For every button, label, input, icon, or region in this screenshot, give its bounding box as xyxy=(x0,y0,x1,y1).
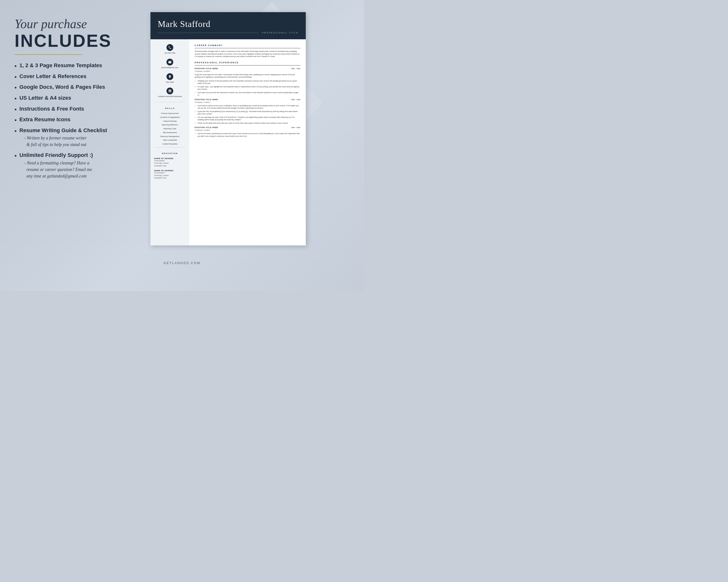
features-list: 1, 2 & 3 Page Resume Templates Cover Let… xyxy=(15,62,141,179)
summary-divider xyxy=(194,48,301,48)
linkedin-icon xyxy=(166,87,173,94)
edu-1-year: Graduation Year xyxy=(154,165,186,167)
job-2-title-row: POSITION TITLE HERE Date - Date xyxy=(194,99,301,101)
resume-pro-title: PROFESSIONAL TITLE xyxy=(262,31,298,34)
skill-3: Project Planning xyxy=(154,120,186,122)
left-panel: Your purchase INCLUDES 1, 2 & 3 Page Res… xyxy=(15,12,141,183)
edu-2-year: Graduation Year xyxy=(154,177,186,179)
job-2-company: Company, Location xyxy=(194,101,301,103)
skills-title: SKILLS xyxy=(154,107,186,109)
feature-cover: Cover Letter & References xyxy=(15,73,141,80)
resume-sidebar: 123.456.7891 youremail@mail.com xyxy=(151,39,189,245)
education-title: EDUCATION xyxy=(154,152,186,155)
skill-8: Team Leadership xyxy=(154,139,186,141)
resume-title-bar: PROFESSIONAL TITLE xyxy=(158,31,298,34)
edu-2: NAME OF DEGREE Concentration University,… xyxy=(154,169,186,179)
resume-name: Mark Stafford xyxy=(158,19,298,29)
job-1-bullets: Targeting your resume to the job posting… xyxy=(194,80,301,96)
job-2-bullet-1: If you want to stand out from your compe… xyxy=(198,105,301,110)
experience-heading: PROFESSIONAL EXPERIENCE xyxy=(194,61,301,64)
feature-icons: Extra Resume Icons xyxy=(15,116,141,123)
gold-divider xyxy=(15,54,82,55)
job-2-title: POSITION TITLE HERE xyxy=(194,99,218,101)
job-1-bullet-3: Just make sure you have the experience t… xyxy=(198,91,301,96)
feature-sizes: US Letter & A4 sizes xyxy=(15,94,141,102)
feature-guide: Resume Writing Guide & Checklist - Writt… xyxy=(15,127,141,148)
skill-5: Reducing Costs xyxy=(154,128,186,130)
bold-title: INCLUDES xyxy=(15,32,141,50)
job-1-bullet-1: Targeting your resume to the job posting… xyxy=(198,80,301,85)
contact-linkedin: Linkedin.com/in/first-lastname xyxy=(154,87,186,98)
location-icon xyxy=(166,73,173,80)
script-title: Your purchase xyxy=(15,17,141,31)
job-3-title: POSITION TITLE HERE xyxy=(194,126,218,129)
career-summary-heading: CAREER SUMMARY xyxy=(194,44,301,47)
resume-card: Mark Stafford PROFESSIONAL TITLE 123.456… xyxy=(151,12,306,245)
contact-phone: 123.456.7891 xyxy=(154,44,186,54)
edu-1-degree: NAME OF DEGREE xyxy=(154,157,186,160)
job-2-date: Date - Date xyxy=(291,99,301,101)
contact-location: City, State xyxy=(154,73,186,83)
job-2-bullet-3: You can rearrange the order of the XYZ f… xyxy=(198,116,301,121)
skill-2: Contracts & Negotiations xyxy=(154,116,186,118)
job-2-bullets: If you want to stand out from your compe… xyxy=(194,105,301,124)
job-1-bullet-2: It's super easy – just highlight the mos… xyxy=(198,86,301,91)
job-3-bullet-1: Last but not least, proofread your resum… xyxy=(198,132,301,138)
job-2-bullet-4: Check out the guide that came with your … xyxy=(198,122,301,124)
job-3-date: Date - Date xyxy=(291,126,301,129)
job-1-title: POSITION TITLE HERE xyxy=(194,67,218,70)
resume-header: Mark Stafford PROFESSIONAL TITLE xyxy=(151,12,306,39)
resume-body: 123.456.7891 youremail@mail.com xyxy=(151,39,306,245)
job-1-title-row: POSITION TITLE HERE Date - Date xyxy=(194,67,301,70)
page-container: Your purchase INCLUDES 1, 2 & 3 Page Res… xyxy=(0,0,364,255)
feature-instructions: Instructions & Free Fonts xyxy=(15,106,141,113)
linkedin-text: Linkedin.com/in/first-lastname xyxy=(154,95,186,98)
edu-2-university: University, Location xyxy=(154,174,186,177)
edu-1: NAME OF DEGREE Concentration University,… xyxy=(154,157,186,167)
job-2-bullet-2: It goes like this: Accomplished [X] as m… xyxy=(198,110,301,115)
job-1-date: Date - Date xyxy=(291,67,301,70)
skill-1: Process Improvement xyxy=(154,112,186,115)
email-text: youremail@mail.com xyxy=(154,66,186,69)
job-3-title-row: POSITION TITLE HERE Date - Date xyxy=(194,126,301,129)
feature-support: Unlimited Friendly Support :) - Need a f… xyxy=(15,152,141,179)
edu-2-concentration: Concentration xyxy=(154,172,186,174)
skill-9: Conflict Resolution xyxy=(154,143,186,145)
job-3-bullets: Last but not least, proofread your resum… xyxy=(194,132,301,138)
skill-4: Improving Efficiency xyxy=(154,124,186,126)
resume-main: CAREER SUMMARY Technical project manager… xyxy=(189,39,306,245)
phone-text: 123.456.7891 xyxy=(154,52,186,54)
edu-2-degree: NAME OF DEGREE xyxy=(154,169,186,172)
page-footer: GETLANDED.COM xyxy=(0,255,364,271)
skill-6: Risk Assessment xyxy=(154,132,186,134)
feature-guide-sub: - Written by a former resume writer & fu… xyxy=(19,135,141,148)
footer-text: GETLANDED.COM xyxy=(6,261,358,265)
title-divider xyxy=(158,33,258,33)
career-summary-text: Technical project manager with 9+ years … xyxy=(194,50,301,58)
skill-7: Resource Management xyxy=(154,135,186,138)
location-text: City, State xyxy=(154,81,186,83)
feature-formats: Google Docs, Word & Pages Files xyxy=(15,84,141,91)
phone-icon xyxy=(166,44,173,51)
edu-1-university: University, Location xyxy=(154,162,186,165)
contact-email: youremail@mail.com xyxy=(154,59,186,69)
email-icon xyxy=(166,59,173,65)
right-panel: Mark Stafford PROFESSIONAL TITLE 123.456… xyxy=(151,12,306,245)
feature-pages: 1, 2 & 3 Page Resume Templates xyxy=(15,62,141,69)
sidebar-divider-2 xyxy=(154,147,186,147)
job-3-company: Company, Location xyxy=(194,129,301,131)
experience-divider xyxy=(194,65,301,65)
edu-1-concentration: Concentration xyxy=(154,160,186,162)
job-1-company: Company, Location xyxy=(194,70,301,72)
job-1-desc: To get the most impact for your effort, … xyxy=(194,74,301,79)
feature-support-sub: - Need a formatting cleanup? Have a resu… xyxy=(19,160,141,179)
